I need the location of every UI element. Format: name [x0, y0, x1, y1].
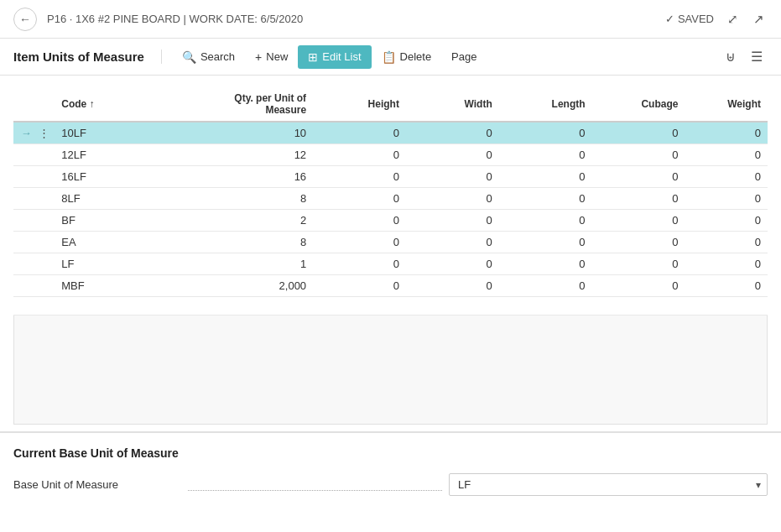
row-length: 0	[499, 166, 592, 188]
row-context-menu[interactable]	[34, 253, 55, 275]
row-width: 0	[406, 122, 499, 144]
page-breadcrumb: P16 · 1X6 #2 PINE BOARD | WORK DATE: 6/5…	[47, 13, 655, 25]
columns-button[interactable]: ☰	[746, 45, 768, 68]
row-length: 0	[499, 275, 592, 297]
row-width: 0	[406, 253, 499, 275]
row-code: 8LF	[55, 188, 179, 210]
row-cubage: 0	[592, 210, 685, 232]
units-table: Code ↑ Qty. per Unit ofMeasure Height Wi…	[13, 89, 768, 316]
search-button[interactable]: 🔍 Search	[172, 45, 245, 69]
table-empty-area	[13, 316, 768, 425]
row-height: 0	[313, 144, 406, 166]
row-cubage: 0	[592, 166, 685, 188]
row-cubage: 0	[592, 122, 685, 144]
row-context-menu[interactable]	[34, 144, 55, 166]
row-length: 0	[499, 210, 592, 232]
table-body: →⋮10LF100000012LF120000016LF16000008LF80…	[13, 122, 768, 316]
row-width: 0	[406, 144, 499, 166]
new-button[interactable]: + New	[245, 45, 298, 69]
col-height: Height	[313, 89, 406, 122]
saved-status: ✓ SAVED	[665, 13, 714, 25]
table-row[interactable]: →⋮10LF1000000	[13, 122, 768, 144]
row-arrow-cell	[13, 275, 34, 297]
row-context-menu[interactable]	[34, 210, 55, 232]
row-context-menu[interactable]	[34, 188, 55, 210]
search-icon: 🔍	[182, 50, 196, 64]
row-height: 0	[313, 122, 406, 144]
filter-button[interactable]: ⊎	[721, 45, 741, 68]
row-qty: 12	[179, 144, 313, 166]
external-link-icon: ⤢	[727, 12, 738, 26]
row-arrow-cell	[13, 188, 34, 210]
row-arrow-cell	[13, 210, 34, 232]
base-unit-label: Base Unit of Measure	[13, 478, 181, 491]
col-cubage: Cubage	[592, 89, 685, 122]
row-context-menu[interactable]	[34, 232, 55, 253]
table-empty-row	[13, 297, 768, 316]
row-arrow-cell	[13, 232, 34, 253]
row-qty: 2	[179, 210, 313, 232]
table-row[interactable]: 16LF1600000	[13, 166, 768, 188]
external-link-button[interactable]: ⤢	[724, 10, 742, 29]
edit-list-button[interactable]: ⊞ Edit List	[298, 45, 371, 69]
row-height: 0	[313, 166, 406, 188]
row-code: 10LF	[55, 122, 179, 144]
col-arrow	[13, 89, 34, 122]
row-code: MBF	[55, 275, 179, 297]
back-button[interactable]: ←	[13, 8, 37, 31]
row-arrow-cell	[13, 253, 34, 275]
row-code: 16LF	[55, 166, 179, 188]
saved-label: SAVED	[678, 13, 714, 25]
delete-label: Delete	[400, 50, 432, 63]
toolbar-title: Item Units of Measure	[13, 50, 162, 64]
col-code: Code ↑	[55, 89, 179, 122]
row-width: 0	[406, 188, 499, 210]
table-row[interactable]: 12LF1200000	[13, 144, 768, 166]
row-length: 0	[499, 188, 592, 210]
col-length: Length	[499, 89, 592, 122]
page-label: Page	[451, 50, 476, 63]
table-row[interactable]: 8LF800000	[13, 188, 768, 210]
row-height: 0	[313, 232, 406, 253]
row-cubage: 0	[592, 144, 685, 166]
row-weight: 0	[685, 232, 768, 253]
row-weight: 0	[685, 253, 768, 275]
row-arrow-cell	[13, 166, 34, 188]
row-qty: 2,000	[179, 275, 313, 297]
delete-button[interactable]: 📋 Delete	[372, 45, 442, 69]
expand-button[interactable]: ↗	[750, 10, 768, 29]
page-button[interactable]: Page	[441, 45, 487, 68]
row-context-menu[interactable]	[34, 275, 55, 297]
top-bar: ← P16 · 1X6 #2 PINE BOARD | WORK DATE: 6…	[0, 0, 781, 39]
checkmark-icon: ✓	[665, 13, 674, 25]
bottom-section: Current Base Unit of Measure Base Unit o…	[0, 431, 781, 496]
row-cubage: 0	[592, 275, 685, 297]
table-header: Code ↑ Qty. per Unit ofMeasure Height Wi…	[13, 89, 768, 122]
table-row[interactable]: EA800000	[13, 232, 768, 253]
row-arrow-cell	[13, 144, 34, 166]
row-cubage: 0	[592, 253, 685, 275]
table-row[interactable]: LF100000	[13, 253, 768, 275]
toolbar-right: ⊎ ☰	[721, 45, 768, 68]
row-arrow-cell: →	[13, 122, 34, 144]
delete-icon: 📋	[382, 50, 396, 64]
base-unit-field-row: Base Unit of Measure LFEABF10LF12LF16LF8…	[13, 473, 768, 496]
row-weight: 0	[685, 144, 768, 166]
edit-list-icon: ⊞	[308, 50, 318, 64]
edit-list-label: Edit List	[322, 50, 361, 63]
row-weight: 0	[685, 210, 768, 232]
row-code: BF	[55, 210, 179, 232]
row-context-menu[interactable]: ⋮	[34, 122, 55, 144]
table-area: Code ↑ Qty. per Unit ofMeasure Height Wi…	[0, 76, 781, 316]
row-height: 0	[313, 188, 406, 210]
row-qty: 8	[179, 188, 313, 210]
row-width: 0	[406, 275, 499, 297]
row-context-menu[interactable]	[34, 166, 55, 188]
row-cubage: 0	[592, 232, 685, 253]
row-qty: 16	[179, 166, 313, 188]
base-unit-select[interactable]: LFEABF10LF12LF16LF8LFMBF	[449, 473, 768, 496]
row-height: 0	[313, 275, 406, 297]
table-row[interactable]: MBF2,00000000	[13, 275, 768, 297]
row-code: LF	[55, 253, 179, 275]
table-row[interactable]: BF200000	[13, 210, 768, 232]
